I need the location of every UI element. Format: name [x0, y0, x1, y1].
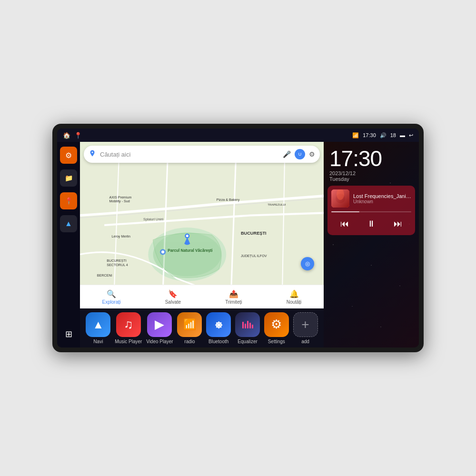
map-container[interactable]: Splaiurl Unirii Parcul Natural Văcărești…	[80, 142, 324, 308]
settings-icon-bg: ⚙	[264, 312, 289, 337]
volume-icon: 🔊	[380, 132, 387, 139]
apps-grid-button[interactable]: ⊞	[60, 326, 77, 343]
music-title: Lost Frequencies_Janie...	[353, 193, 411, 199]
center-area: Splaiurl Unirii Parcul Natural Văcărești…	[80, 142, 324, 347]
pause-button[interactable]: ⏸	[364, 216, 379, 231]
skip-back-icon: ⏮	[340, 219, 349, 229]
app-settings[interactable]: ⚙ Settings	[264, 312, 289, 344]
progress-bar[interactable]	[331, 211, 411, 212]
clock-date: 2023/12/12 Tuesday	[329, 170, 413, 182]
bottom-app-bar: ▲ Navi ♫ Music Player ▶ Vid	[80, 308, 324, 347]
grid-icon: ⊞	[65, 329, 72, 339]
map-settings-icon[interactable]: ⚙	[309, 150, 315, 158]
google-maps-logo	[89, 149, 96, 159]
maps-pin-icon[interactable]: 📍	[74, 132, 82, 139]
folder-icon: 📁	[65, 174, 73, 182]
app-music-player[interactable]: ♫ Music Player	[115, 312, 142, 344]
clock-time: 17:30	[329, 148, 413, 169]
map-nav-explore[interactable]: 🔍 Explorați	[102, 289, 121, 305]
map-nav-saved[interactable]: 🔖 Salvate	[165, 289, 181, 305]
album-art	[331, 189, 349, 208]
mic-icon[interactable]: 🎤	[283, 150, 291, 158]
map-nav-news[interactable]: 🔔 Noutăți	[287, 289, 302, 305]
share-icon: 📤	[229, 289, 238, 298]
app-video-player[interactable]: ▶ Video Player	[146, 312, 173, 344]
navi-arrow-icon: ▲	[92, 318, 104, 331]
sidebar-folder-button[interactable]: 📁	[60, 169, 77, 187]
battery-num: 18	[390, 132, 396, 138]
pause-icon: ⏸	[367, 219, 376, 229]
app-add[interactable]: + add	[293, 312, 318, 344]
svg-rect-25	[245, 324, 246, 328]
svg-text:Parcul Natural Văcărești: Parcul Natural Văcărești	[168, 248, 212, 253]
app-equalizer[interactable]: Equalizer	[235, 312, 260, 344]
status-bar-right: 📶 17:30 🔊 18 ▬ ↩	[352, 132, 413, 139]
left-sidebar: ⚙ 📁 📍 ▲ ⊞	[57, 142, 80, 347]
map-nav-share[interactable]: 📤 Trimiteți	[225, 289, 242, 305]
settings-gear-icon: ⚙	[271, 317, 282, 332]
svg-text:Pizza & Bakery: Pizza & Bakery	[217, 198, 240, 202]
status-time: 17:30	[363, 132, 376, 138]
map-search-input[interactable]: Căutați aici	[100, 151, 279, 158]
search-icon: 🔍	[107, 289, 116, 298]
sidebar-settings-button[interactable]: ⚙	[60, 147, 77, 164]
music-widget[interactable]: Lost Frequencies_Janie... Unknown ⏮ ⏸	[327, 186, 415, 235]
svg-text:BUCUREȘTI: BUCUREȘTI	[241, 231, 267, 236]
radio-wave-icon: 📶	[183, 318, 196, 331]
equalizer-bars-icon	[241, 318, 254, 331]
skip-forward-icon: ⏭	[394, 219, 402, 229]
status-bar: 🏠 📍 📶 17:30 🔊 18 ▬ ↩	[57, 129, 419, 142]
gps-recenter-button[interactable]: ◎	[301, 257, 314, 270]
navi-icon-bg: ▲	[86, 312, 110, 337]
clock-section: 17:30 2023/12/12 Tuesday	[324, 142, 419, 186]
svg-rect-27	[249, 323, 251, 328]
app-navi[interactable]: ▲ Navi	[86, 312, 110, 344]
wifi-icon: 📶	[352, 132, 359, 139]
radio-label: radio	[184, 339, 195, 344]
bluetooth-label: Bluetooth	[208, 339, 228, 344]
next-track-button[interactable]: ⏭	[390, 216, 406, 231]
navigation-icon: ▲	[65, 219, 72, 228]
sidebar-nav-button[interactable]: ▲	[60, 215, 77, 232]
sidebar-maps-button[interactable]: 📍	[60, 192, 77, 209]
svg-text:TRAPEZULUI: TRAPEZULUI	[268, 203, 286, 206]
svg-text:BUCUREȘTI: BUCUREȘTI	[107, 259, 126, 263]
music-text: Lost Frequencies_Janie... Unknown	[353, 193, 411, 204]
svg-rect-26	[247, 321, 248, 328]
equalizer-label: Equalizer	[238, 339, 258, 344]
svg-text:AXIS Premium: AXIS Premium	[109, 196, 131, 199]
bookmark-icon: 🔖	[168, 289, 178, 298]
settings-label: Settings	[268, 339, 285, 344]
map-nav-news-label: Noutăți	[287, 299, 302, 305]
add-label: add	[301, 339, 309, 344]
svg-point-18	[186, 235, 188, 237]
svg-text:SECTORUL 4: SECTORUL 4	[107, 263, 128, 267]
svg-point-23	[92, 152, 93, 153]
bluetooth-icon-bg: ⎈	[206, 312, 231, 337]
bell-icon: 🔔	[289, 289, 299, 298]
device-frame: 🏠 📍 📶 17:30 🔊 18 ▬ ↩ ⚙ 📁	[52, 124, 424, 352]
status-bar-left: 🏠 📍	[63, 132, 82, 139]
battery-icon: ▬	[400, 132, 405, 138]
app-bluetooth[interactable]: ⎈ Bluetooth	[206, 312, 231, 344]
map-nav-saved-label: Salvate	[165, 299, 181, 305]
music-controls: ⏮ ⏸ ⏭	[331, 216, 411, 231]
map-nav-share-label: Trimiteți	[225, 299, 242, 305]
device-screen: 🏠 📍 📶 17:30 🔊 18 ▬ ↩ ⚙ 📁	[57, 129, 419, 347]
app-radio[interactable]: 📶 radio	[177, 312, 202, 344]
home-icon[interactable]: 🏠	[63, 132, 70, 139]
equalizer-icon-bg	[235, 312, 260, 337]
user-avatar[interactable]: U	[295, 149, 305, 159]
map-search-bar[interactable]: Căutați aici 🎤 U ⚙	[84, 146, 320, 163]
music-artist: Unknown	[353, 199, 411, 204]
add-icon-bg: +	[293, 312, 318, 337]
prev-track-button[interactable]: ⏮	[337, 216, 352, 231]
music-icon-bg: ♫	[116, 312, 141, 337]
svg-text:Leroy Merlin: Leroy Merlin	[112, 235, 130, 238]
map-svg: Splaiurl Unirii Parcul Natural Văcărești…	[80, 142, 324, 308]
right-panel: 17:30 2023/12/12 Tuesday	[324, 142, 419, 347]
map-pin-icon: 📍	[65, 197, 73, 205]
svg-rect-24	[242, 322, 244, 328]
progress-fill	[331, 211, 359, 212]
back-icon[interactable]: ↩	[409, 132, 413, 139]
